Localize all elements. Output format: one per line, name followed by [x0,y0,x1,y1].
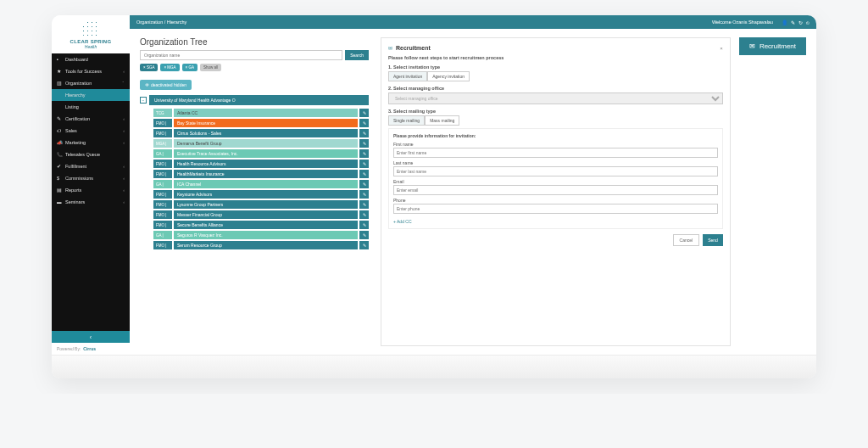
nav-item-2[interactable]: ▥Organization˅ [52,77,130,89]
tree-item-3[interactable]: MGA |Demarva Benefit Group✎ [153,139,369,148]
org-tag: FMO | [153,200,172,209]
org-name: Bay State Insurance [174,119,358,127]
tree-item-0[interactable]: TCGAtlanta CC✎ [153,109,369,117]
cancel-button[interactable]: Cancel [673,234,700,246]
org-name: ICA Channel [174,180,358,188]
deactivated-toggle[interactable]: 👁 deactivated hidden [140,80,192,90]
nav-icon: ▪ [57,57,62,62]
nav-item2-2[interactable]: 📣Marketing‹ [52,137,130,148]
tree-item-2[interactable]: FMO |Cirrus Solutions - Sales✎ [153,129,369,137]
edit-button[interactable]: ✎ [359,160,369,168]
org-tag: GA | [153,149,172,158]
org-tag: FMO | [153,119,172,127]
edit-button[interactable]: ✎ [359,190,369,199]
tree-collapse-button[interactable]: − [140,97,147,104]
edit-button[interactable]: ✎ [359,221,369,229]
edit-button[interactable]: ✎ [359,109,369,117]
tree-item-10[interactable]: FMO |Messer Financial Group✎ [153,210,369,219]
org-name: Keystone Advisors [174,190,358,199]
tree-root-node[interactable]: University of Maryland Health Advantage … [149,95,369,105]
nav-icon: 🏷 [57,128,62,133]
nav-icon: ✎ [57,116,62,121]
nav-item2-7[interactable]: ▬Seminars‹ [52,196,130,208]
sidebar-nav: ▪Dashboard★Tools for Success‹▥Organizati… [52,53,130,331]
tab-agent-invitation[interactable]: Agent invitation [388,71,427,81]
edit-button[interactable]: ✎ [359,129,369,137]
topbar-icon-0[interactable]: 👤 [782,20,787,25]
send-button[interactable]: Send [703,234,723,246]
nav-icon: ▥ [57,81,62,86]
nav-item2-4[interactable]: ✔Fulfillment‹ [52,160,130,172]
panel-title: Recruitment [396,45,716,51]
tree-item-12[interactable]: GA |Seguros R Vasquez Inc.✎ [153,231,369,239]
edit-button[interactable]: ✎ [359,200,369,209]
tree-item-9[interactable]: FMO |Lysonne Group Partners✎ [153,200,369,209]
nav-item-0[interactable]: ▪Dashboard [52,53,130,65]
tab-agency-invitation[interactable]: Agency invitation [427,71,470,81]
edit-button[interactable]: ✎ [359,241,369,249]
edit-button[interactable]: ✎ [359,139,369,148]
org-tag: GA | [153,180,172,188]
org-search-input[interactable] [140,50,342,60]
search-button[interactable]: Search [345,50,369,60]
nav-sub-1[interactable]: Listing [52,101,130,113]
filter-pill-1[interactable]: × MGA [160,64,179,71]
filter-pill-2[interactable]: × GA [182,64,198,71]
org-name: Atlanta CC [174,109,358,117]
org-tag: GA | [153,231,172,239]
nav-icon: 📣 [57,140,62,145]
tab-mass-mailing[interactable]: Mass mailing [425,115,459,126]
step-2-label: 2. Select managing office [388,86,723,91]
managing-office-select[interactable]: Select managing office [388,92,723,104]
add-cc-link[interactable]: + Add CC [393,219,412,224]
edit-button[interactable]: ✎ [359,119,369,127]
org-tag: MGA | [153,139,172,148]
nav-icon: $ [57,176,62,181]
nav-sub-0[interactable]: Hierarchy [52,89,130,101]
tree-item-7[interactable]: GA |ICA Channel✎ [153,180,369,188]
filter-pill-3[interactable]: Show all [200,64,221,71]
email-field[interactable] [393,185,718,195]
edit-button[interactable]: ✎ [359,180,369,188]
edit-button[interactable]: ✎ [359,210,369,219]
recruitment-button[interactable]: ✉ Recruitment [739,37,806,55]
tree-item-13[interactable]: FMO |Serum Resource Group✎ [153,241,369,249]
org-name: Executive Trace Associates, Inc. [174,149,358,158]
edit-button[interactable]: ✎ [359,149,369,158]
close-button[interactable]: × [720,46,723,51]
sidebar-collapse-button[interactable]: ‹ [52,331,130,343]
page-title: Organization Tree [140,37,369,47]
nav-item2-3[interactable]: 📞Telesales Queue [52,148,130,160]
chevron-icon: ‹ [123,176,125,181]
nav-item-1[interactable]: ★Tools for Success‹ [52,65,130,77]
org-tag: FMO | [153,241,172,249]
phone-field[interactable] [393,204,718,214]
nav-item2-5[interactable]: $Commissions‹ [52,172,130,184]
form-note: Please provide information for invitatio… [393,133,718,138]
tab-single-mailing[interactable]: Single mailing [388,115,425,126]
tree-item-6[interactable]: FMO |HealthMarkets Insurance✎ [153,170,369,178]
envelope-icon: ✉ [749,42,755,50]
tree-item-5[interactable]: FMO |Health Resource Advisors✎ [153,160,369,168]
tree-item-11[interactable]: FMO |Secure Benefits Alliance✎ [153,221,369,229]
nav-item2-0[interactable]: ✎Certification‹ [52,113,130,125]
topbar-icon-1[interactable]: ✎ [791,20,795,25]
tree-item-1[interactable]: FMO |Bay State Insurance✎ [153,119,369,127]
envelope-icon: ✉ [388,46,392,51]
org-tag: FMO | [153,129,172,137]
chevron-left-icon: ‹ [90,334,92,340]
tree-item-8[interactable]: FMO |Keystone Advisors✎ [153,190,369,199]
topbar-icon-2[interactable]: ↻ [798,20,803,25]
org-tag: FMO | [153,221,172,229]
edit-button[interactable]: ✎ [359,231,369,239]
nav-item2-6[interactable]: ▤Reports‹ [52,184,130,196]
tree-item-4[interactable]: GA |Executive Trace Associates, Inc.✎ [153,149,369,158]
chevron-icon: ˅ [122,81,125,86]
topbar: Organization / Hierarchy Welcome Ozanis … [130,15,816,29]
first-name-field[interactable] [393,148,718,158]
last-name-field[interactable] [393,166,718,176]
nav-item2-1[interactable]: 🏷Sales‹ [52,125,130,137]
edit-button[interactable]: ✎ [359,170,369,178]
topbar-icon-3[interactable]: ⎋ [806,20,810,25]
filter-pill-0[interactable]: × SGA [140,64,158,71]
